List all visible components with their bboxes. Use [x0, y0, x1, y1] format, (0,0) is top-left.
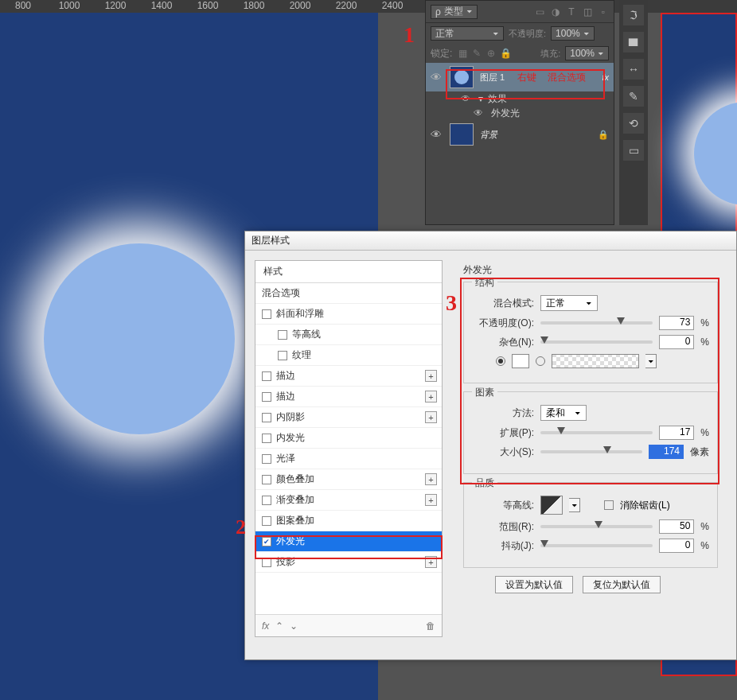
size-slider[interactable]: [540, 450, 642, 453]
annotation-red-box-1: [446, 69, 605, 99]
checkbox[interactable]: [262, 309, 271, 319]
technique-select[interactable]: 柔和⏷: [540, 405, 587, 421]
group-legend: 品质: [472, 476, 497, 490]
jitter-slider[interactable]: [540, 544, 653, 547]
fill-value-dropdown[interactable]: 100%⏷: [565, 46, 609, 60]
style-drop-shadow[interactable]: 投影+: [255, 552, 442, 573]
lock-all-icon[interactable]: 🔒: [500, 48, 511, 59]
range-input[interactable]: 50: [659, 519, 694, 534]
layer-name-label[interactable]: 背景: [480, 129, 497, 141]
reset-default-button[interactable]: 复位为默认值: [583, 576, 661, 593]
style-outer-glow[interactable]: ✔外发光: [255, 531, 442, 552]
blend-mode-label: 混合模式:: [472, 297, 534, 310]
size-label: 大小(S):: [472, 445, 534, 459]
annotation-number-3: 3: [446, 290, 457, 316]
styles-header: 样式: [255, 261, 442, 283]
fx-icon[interactable]: fx: [262, 620, 269, 632]
plus-icon[interactable]: +: [425, 411, 437, 423]
tool-button[interactable]: ✎: [623, 86, 644, 107]
style-stroke[interactable]: 描边+: [255, 387, 442, 407]
style-satin[interactable]: 光泽: [255, 449, 442, 469]
filter-type-icon[interactable]: T: [566, 6, 577, 18]
style-texture[interactable]: 纹理: [255, 345, 442, 366]
lock-pixels-icon[interactable]: ✎: [471, 48, 482, 59]
noise-slider[interactable]: [540, 340, 653, 344]
style-contour[interactable]: 等高线: [255, 325, 442, 345]
opacity-input[interactable]: 73: [659, 316, 694, 330]
layer-kind-dropdown[interactable]: ρ 类型 ⏷: [431, 5, 478, 19]
filter-smart-icon[interactable]: ▫: [598, 6, 609, 18]
antialias-checkbox[interactable]: [604, 500, 614, 510]
chevron-down-icon: ⏷: [493, 30, 499, 37]
tool-button[interactable]: ⟲: [623, 113, 644, 134]
chevron-down-icon[interactable]: ⏷: [569, 498, 580, 512]
group-quality: 品质 等高线: ⏷ 消除锯齿(L) 范围(R): 50 % 抖动(J):: [463, 482, 718, 568]
opacity-slider[interactable]: [540, 321, 653, 325]
filter-pixel-icon[interactable]: ▭: [534, 6, 545, 18]
rho-icon: ρ: [435, 6, 441, 18]
visibility-eye-icon[interactable]: 👁: [474, 107, 486, 119]
tool-button[interactable]: ↔: [623, 59, 644, 80]
opacity-label: 不透明度(O):: [472, 317, 534, 330]
noise-input[interactable]: 0: [659, 335, 694, 349]
tool-button[interactable]: ⯀: [623, 32, 644, 52]
layer-row-background[interactable]: 👁 背景 🔒: [426, 120, 614, 149]
size-input[interactable]: 174: [649, 445, 684, 459]
plus-icon[interactable]: +: [425, 391, 437, 402]
set-default-button[interactable]: 设置为默认值: [495, 576, 573, 593]
blend-mode-select[interactable]: 正常⏷: [540, 295, 598, 311]
range-slider[interactable]: [540, 525, 653, 528]
gradient-radio[interactable]: [536, 356, 545, 366]
filter-adjust-icon[interactable]: ◑: [550, 6, 561, 18]
visibility-eye-icon[interactable]: 👁: [431, 71, 443, 84]
glow-gradient-swatch[interactable]: [552, 354, 639, 368]
plus-icon[interactable]: +: [425, 473, 437, 485]
technique-label: 方法:: [472, 406, 534, 420]
plus-icon[interactable]: +: [425, 556, 437, 568]
arrow-down-icon[interactable]: ⌄: [290, 620, 298, 632]
chevron-down-icon: ⏷: [466, 8, 473, 15]
color-radio[interactable]: [496, 356, 505, 366]
arrow-up-icon[interactable]: ⌃: [275, 620, 283, 632]
chevron-down-icon: ⏷: [586, 300, 592, 307]
filter-shape-icon[interactable]: ◫: [582, 6, 593, 18]
lock-position-icon[interactable]: ⊕: [485, 48, 497, 59]
lock-transparency-icon[interactable]: ▦: [457, 48, 468, 59]
style-color-overlay[interactable]: 颜色叠加+: [255, 469, 442, 490]
trash-icon[interactable]: 🗑: [426, 620, 435, 632]
jitter-input[interactable]: 0: [659, 539, 694, 553]
plus-icon[interactable]: +: [425, 494, 437, 506]
spread-slider[interactable]: [540, 431, 653, 434]
tool-button[interactable]: ▭: [623, 140, 644, 161]
plus-icon[interactable]: +: [425, 370, 437, 382]
opacity-value-dropdown[interactable]: 100%⏷: [551, 26, 595, 41]
settings-title: 外发光: [463, 263, 718, 277]
lock-icon: 🔒: [598, 130, 609, 140]
style-pattern-overlay[interactable]: 图案叠加: [255, 511, 442, 531]
contour-label: 等高线:: [472, 499, 534, 512]
layer-thumbnail[interactable]: [450, 123, 474, 146]
style-stroke[interactable]: 描边+: [255, 366, 442, 387]
chevron-down-icon[interactable]: ⏷: [645, 354, 657, 368]
outer-glow-settings: 外发光 结构 混合模式: 正常⏷ 不透明度(O): 73 % 杂色(N): 0: [455, 260, 726, 637]
blend-mode-dropdown[interactable]: 正常⏷: [431, 26, 504, 41]
visibility-eye-icon[interactable]: 👁: [431, 128, 443, 141]
noise-label: 杂色(N):: [472, 336, 534, 349]
group-structure: 结构 混合模式: 正常⏷ 不透明度(O): 73 % 杂色(N): 0 %: [463, 282, 718, 383]
style-inner-glow[interactable]: 内发光: [255, 428, 442, 449]
annotation-number-1: 1: [404, 22, 415, 48]
antialias-label: 消除锯齿(L): [620, 499, 670, 512]
layers-panel: ρ 类型 ⏷ ▭ ◑ T ◫ ▫ 正常⏷ 不透明度: 100%⏷ 锁定: ▦ ✎…: [425, 0, 614, 225]
dialog-title-bar[interactable]: 图层样式: [245, 231, 736, 251]
effect-outer-glow-row[interactable]: 👁外发光: [426, 106, 614, 120]
contour-swatch[interactable]: [540, 496, 563, 515]
glow-color-swatch[interactable]: [512, 354, 529, 368]
style-inner-shadow[interactable]: 内阴影+: [255, 407, 442, 428]
opacity-label: 不透明度:: [509, 28, 546, 40]
style-gradient-overlay[interactable]: 渐变叠加+: [255, 490, 442, 511]
styles-list: 样式 混合选项 斜面和浮雕 等高线 纹理 描边+ 描边+ 内阴影+ 内发光 光泽…: [255, 260, 443, 637]
style-bevel-emboss[interactable]: 斜面和浮雕: [255, 304, 442, 325]
style-blending-options[interactable]: 混合选项: [255, 283, 442, 304]
tool-button[interactable]: ℑ: [623, 5, 644, 25]
spread-input[interactable]: 17: [659, 426, 694, 440]
